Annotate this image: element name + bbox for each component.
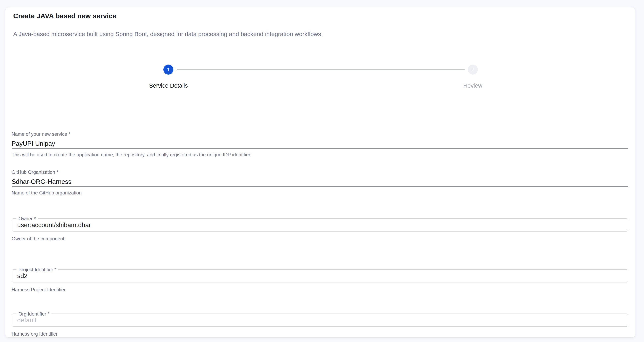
- service-name-helper: This will be used to create the applicat…: [12, 152, 628, 157]
- owner-input-box: Owner *: [12, 218, 628, 232]
- owner-input[interactable]: [12, 219, 628, 231]
- github-organization-helper: Name of the GitHub organization: [12, 190, 628, 196]
- step-1-label: Service Details: [149, 82, 188, 89]
- field-github-organization: GitHub Organization * Name of the GitHub…: [12, 169, 628, 196]
- step-2-label: Review: [463, 82, 482, 89]
- service-name-label: Name of your new service *: [12, 131, 628, 137]
- org-identifier-label: Org Identifier *: [16, 311, 52, 317]
- owner-label: Owner *: [16, 216, 38, 222]
- page-background: { "header": { "title": "Create JAVA base…: [0, 0, 644, 342]
- stepper-connector: [176, 69, 464, 70]
- page-description: A Java-based microservice built using Sp…: [13, 30, 323, 38]
- project-identifier-helper: Harness Project Identifier: [12, 287, 628, 292]
- field-service-name: Name of your new service * This will be …: [12, 131, 628, 157]
- create-service-card: Create JAVA based new service A Java-bas…: [6, 8, 635, 337]
- step-2-indicator: 2: [468, 65, 478, 75]
- project-identifier-label: Project Identifier *: [16, 267, 58, 272]
- project-identifier-input-box: Project Identifier *: [12, 269, 628, 282]
- field-org-identifier: Org Identifier * Harness org Identifier: [12, 313, 628, 337]
- github-organization-label: GitHub Organization *: [12, 169, 628, 175]
- field-owner: Owner * Owner of the component: [12, 218, 628, 242]
- github-organization-input[interactable]: [12, 178, 628, 187]
- org-identifier-helper: Harness org Identifier: [12, 331, 628, 337]
- service-name-input[interactable]: [12, 140, 628, 149]
- org-identifier-input[interactable]: [12, 314, 628, 326]
- project-identifier-input[interactable]: [12, 270, 628, 282]
- org-identifier-input-box: Org Identifier *: [12, 313, 628, 327]
- owner-helper: Owner of the component: [12, 236, 628, 242]
- step-1-indicator: 1: [164, 65, 174, 75]
- page-title: Create JAVA based new service: [13, 12, 116, 20]
- field-project-identifier: Project Identifier * Harness Project Ide…: [12, 269, 628, 292]
